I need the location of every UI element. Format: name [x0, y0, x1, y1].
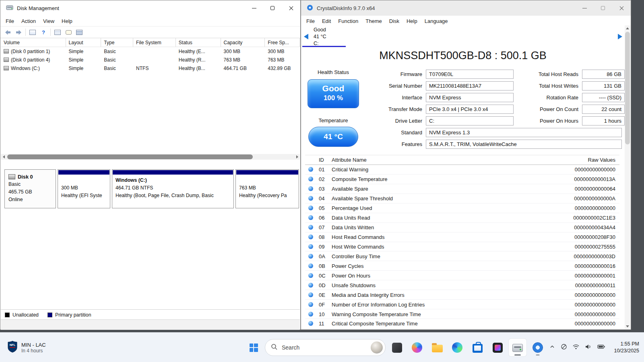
- volume-row[interactable]: (Disk 0 partition 4)SimpleBasicHealthy (…: [1, 56, 300, 64]
- column-header[interactable]: Layout: [66, 38, 101, 47]
- popup-help-icon[interactable]: [64, 28, 72, 37]
- drive-scroll-right-icon[interactable]: [618, 34, 622, 39]
- file-explorer-button[interactable]: [428, 339, 446, 356]
- dm-horizontal-scrollbar[interactable]: [1, 154, 300, 160]
- smart-attribute-row[interactable]: 09Host Write Commands00000000275555: [305, 242, 619, 252]
- view-options-icon[interactable]: [75, 28, 83, 37]
- partition-color-bar: [113, 170, 233, 175]
- edge-button[interactable]: [448, 339, 466, 356]
- console-tree-icon[interactable]: [29, 28, 37, 37]
- dm-menu-help[interactable]: Help: [58, 16, 76, 26]
- dm-titlebar[interactable]: Disk Management: [0, 0, 300, 16]
- volume-icon[interactable]: [585, 343, 592, 352]
- field-label: Drive Letter: [361, 118, 426, 124]
- crystaldiskinfo-taskbar-button[interactable]: [529, 339, 547, 356]
- cdi-menu-language[interactable]: Language: [421, 16, 452, 26]
- smart-attribute-row[interactable]: 01Critical Warning00000000000000: [305, 165, 619, 175]
- smart-attribute-row[interactable]: 0EMedia and Data Integrity Errors0000000…: [305, 290, 619, 300]
- microsoft-store-button[interactable]: [469, 339, 486, 356]
- scroll-right-arrow-icon[interactable]: [294, 154, 300, 160]
- dm-menu-action[interactable]: Action: [18, 16, 39, 26]
- partition-box[interactable]: 763 MBHealthy (Recovery Pa: [235, 169, 299, 208]
- smart-attribute-row[interactable]: 0FNumber of Error Information Log Entrie…: [305, 300, 619, 309]
- smart-attribute-row[interactable]: 08Host Read Commands00000000208F30: [305, 232, 619, 242]
- pinned-app-icon-2[interactable]: [489, 339, 506, 356]
- smart-id: 0C: [319, 272, 326, 278]
- disk-management-taskbar-button[interactable]: [509, 339, 526, 356]
- smart-attribute-row[interactable]: 0DUnsafe Shutdowns00000000000011: [305, 280, 619, 290]
- cell-text: Basic: [104, 66, 116, 71]
- partition-title: [239, 177, 297, 184]
- scroll-left-arrow-icon[interactable]: [1, 154, 6, 160]
- scrollbar-thumb[interactable]: [7, 154, 253, 159]
- partition-box[interactable]: Windows (C:)464.71 GB NTFSHealthy (Boot,…: [112, 169, 234, 208]
- tray-chevron-icon[interactable]: [549, 343, 555, 352]
- cdi-maximize-button[interactable]: [594, 0, 612, 16]
- smart-attribute-row[interactable]: 03Available Spare00000000000064: [305, 184, 619, 194]
- wifi-icon[interactable]: [572, 344, 580, 351]
- cdi-menu-function[interactable]: Function: [334, 16, 362, 26]
- cdi-menu-theme[interactable]: Theme: [362, 16, 385, 26]
- search-box[interactable]: Search: [265, 339, 386, 356]
- smart-attribute-row[interactable]: 06Data Units Read0000000002C1E3: [305, 213, 619, 223]
- temperature-button[interactable]: 41 °C: [308, 127, 358, 147]
- smart-attribute-row[interactable]: 02Composite Temperature0000000000013A: [305, 175, 619, 184]
- column-header[interactable]: Status: [176, 38, 221, 47]
- partition-box[interactable]: 300 MBHealthy (EFI Syste: [58, 169, 110, 208]
- dm-close-button[interactable]: [282, 0, 300, 16]
- cdi-titlebar[interactable]: CrystalDiskInfo 9.7.0 x64: [301, 0, 631, 16]
- do-not-disturb-icon[interactable]: [561, 343, 567, 352]
- volume-row[interactable]: (Disk 0 partition 1)SimpleBasicHealthy (…: [1, 47, 300, 56]
- cdi-close-button[interactable]: [612, 0, 631, 16]
- column-header[interactable]: Volume: [1, 38, 66, 47]
- field-label: Power On Hours: [518, 118, 582, 124]
- smart-attribute-row[interactable]: 11Critical Composite Temperature Time000…: [305, 319, 619, 329]
- health-status-button[interactable]: Good 100 %: [308, 79, 359, 108]
- help-icon[interactable]: ?: [39, 28, 47, 37]
- partition-color-bar: [58, 170, 109, 175]
- search-highlight-image[interactable]: [371, 341, 383, 354]
- cdi-menu-file[interactable]: File: [303, 16, 318, 26]
- cdi-menu-disk[interactable]: Disk: [386, 16, 403, 26]
- smart-attribute-row[interactable]: 05Percentage Used00000000000000: [305, 204, 619, 213]
- volume-cell: Healthy (E...: [176, 47, 221, 56]
- disk0-info-box[interactable]: Disk 0 Basic 465.75 GB Online: [4, 169, 56, 208]
- dm-menu-view[interactable]: View: [39, 16, 58, 26]
- smart-attribute-row[interactable]: 0CPower On Hours00000000000001: [305, 271, 619, 280]
- cdi-menu-edit[interactable]: Edit: [318, 16, 334, 26]
- column-header[interactable]: Type: [101, 38, 133, 47]
- scroll-up-arrow-icon[interactable]: [625, 25, 630, 31]
- disk-drive-icon: [8, 174, 15, 179]
- widgets-button[interactable]: NFL MIN - LAC In 4 hours: [3, 338, 50, 357]
- cell-text: NTFS: [136, 66, 149, 71]
- column-header[interactable]: Free Sp...: [265, 38, 300, 47]
- dm-minimize-button[interactable]: [245, 0, 263, 16]
- partition-title: Windows (C:): [116, 177, 231, 184]
- smart-attribute-row[interactable]: 04Available Spare Threshold0000000000000…: [305, 194, 619, 204]
- scroll-down-arrow-icon[interactable]: [625, 323, 630, 329]
- cdi-vertical-scrollbar[interactable]: [625, 25, 630, 329]
- copilot-button[interactable]: [408, 339, 426, 356]
- pinned-app-icon-1[interactable]: [388, 339, 406, 356]
- volume-row[interactable]: Windows (C:)SimpleBasicNTFSHealthy (B...…: [1, 64, 300, 72]
- battery-icon[interactable]: [597, 343, 605, 352]
- volume-cell: 300 MB: [265, 47, 300, 56]
- cdi-minimize-button[interactable]: [575, 0, 594, 16]
- column-header[interactable]: File System: [133, 38, 176, 47]
- smart-attribute-row[interactable]: 0BPower Cycles00000000000016: [305, 261, 619, 271]
- disk-list-view-icon[interactable]: [54, 28, 62, 37]
- smart-attribute-row[interactable]: 10Warning Composite Temperature Time0000…: [305, 309, 619, 319]
- forward-icon[interactable]: [14, 28, 23, 37]
- back-icon[interactable]: [4, 28, 12, 37]
- column-header[interactable]: Capacity: [221, 38, 265, 47]
- dm-window-title: Disk Management: [17, 5, 59, 11]
- dm-maximize-button[interactable]: [263, 0, 282, 16]
- dm-menu-file[interactable]: File: [2, 16, 18, 26]
- cdi-menu-help[interactable]: Help: [403, 16, 421, 26]
- taskbar-clock[interactable]: 1:55 PM 10/23/2025: [614, 341, 639, 354]
- drive-tab-c[interactable]: Good 41 °C C:: [302, 25, 346, 47]
- start-button[interactable]: [245, 339, 262, 356]
- smart-attribute-row[interactable]: 0AController Busy Time0000000000003D: [305, 251, 619, 261]
- smart-attribute-row[interactable]: 07Data Units Written000000000434A4: [305, 223, 619, 232]
- scrollbar-thumb[interactable]: [625, 32, 630, 144]
